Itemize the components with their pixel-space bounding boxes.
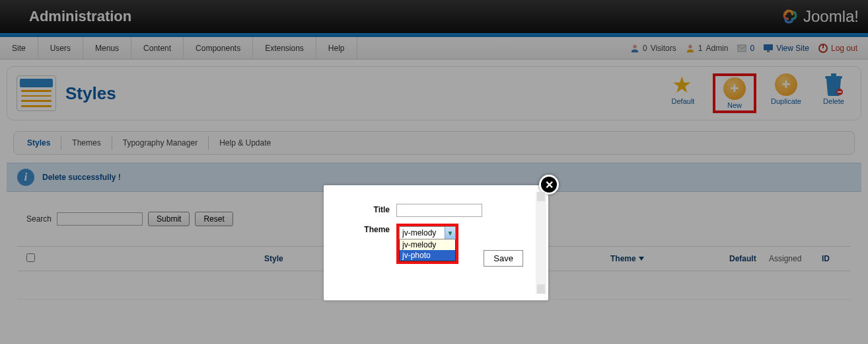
theme-option-1[interactable]: jv-photo: [400, 250, 455, 261]
row-title: Title: [344, 204, 528, 217]
save-button[interactable]: Save: [484, 250, 523, 267]
scroll-down-icon: [537, 284, 545, 294]
theme-option-0[interactable]: jv-melody: [400, 239, 455, 250]
new-style-modal: ✕ Title Theme jv-melody ▼ jv-melody jv-p…: [324, 185, 548, 300]
theme-select[interactable]: jv-melody ▼: [399, 226, 456, 239]
theme-label: Theme: [344, 224, 390, 234]
theme-selected-value: jv-melody: [400, 228, 445, 237]
highlight-theme-select: jv-melody ▼ jv-melody jv-photo: [396, 224, 458, 264]
chevron-down-icon: ▼: [445, 227, 455, 239]
theme-options-list: jv-melody jv-photo: [399, 239, 456, 261]
modal-body: Title Theme jv-melody ▼ jv-melody jv-pho…: [324, 185, 548, 300]
modal-scrollbar[interactable]: [536, 192, 546, 294]
save-area: Save: [484, 250, 523, 267]
title-input[interactable]: [396, 204, 482, 217]
title-label: Title: [344, 204, 390, 214]
scroll-up-icon: [537, 192, 545, 201]
